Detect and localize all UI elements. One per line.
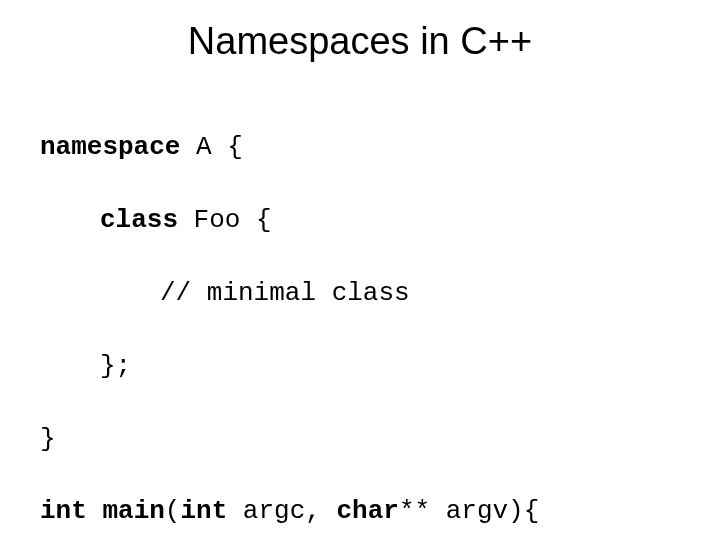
code-text: Foo { bbox=[178, 205, 272, 235]
code-text: ( bbox=[165, 496, 181, 526]
keyword-int: int bbox=[180, 496, 227, 526]
keyword-namespace: namespace bbox=[40, 132, 180, 162]
keyword-char: char bbox=[336, 496, 398, 526]
code-line: namespace A { bbox=[40, 129, 680, 165]
code-line: int main(int argc, char** argv){ bbox=[40, 493, 680, 529]
code-line: // minimal class bbox=[40, 275, 680, 311]
keyword-int: int bbox=[40, 496, 87, 526]
code-line: class Foo { bbox=[40, 202, 680, 238]
code-example: namespace A { class Foo { // minimal cla… bbox=[40, 93, 680, 540]
code-text: }; bbox=[100, 351, 131, 381]
code-text: } bbox=[40, 424, 56, 454]
code-line: }; bbox=[40, 348, 680, 384]
code-text: argc, bbox=[227, 496, 336, 526]
code-text bbox=[87, 496, 103, 526]
code-text: ** argv){ bbox=[399, 496, 539, 526]
keyword-class: class bbox=[100, 205, 178, 235]
keyword-main: main bbox=[102, 496, 164, 526]
code-line: } bbox=[40, 421, 680, 457]
slide-title: Namespaces in C++ bbox=[40, 20, 680, 63]
code-comment: // minimal class bbox=[160, 278, 410, 308]
code-text: A { bbox=[180, 132, 242, 162]
